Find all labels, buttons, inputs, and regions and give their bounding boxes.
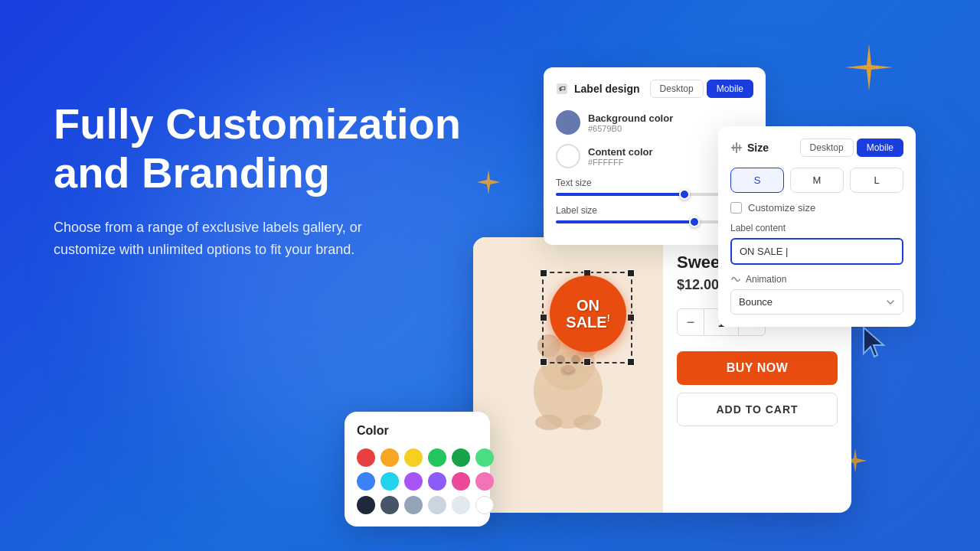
color-dot-light-green[interactable]: [475, 448, 494, 467]
customize-row: Customize size: [730, 202, 903, 214]
color-dot-blue[interactable]: [357, 472, 375, 491]
star-large-icon: [842, 42, 896, 96]
label-icon: 🏷: [556, 83, 568, 95]
bg-color-info: Background color #6579B0: [588, 112, 673, 133]
animation-label: Animation: [746, 274, 786, 285]
on-sale-sale: SALE: [566, 314, 606, 331]
on-sale-exclaim: !: [607, 313, 610, 324]
hero-subtitle: Choose from a range of exclusive labels …: [54, 217, 406, 261]
content-color-hex: #FFFFFF: [588, 158, 653, 167]
quantity-decrease-button[interactable]: −: [677, 308, 704, 336]
color-dot-green[interactable]: [428, 448, 446, 467]
handle-bm[interactable]: [583, 358, 591, 366]
label-content-title: Label content: [730, 223, 903, 233]
color-grid: [357, 448, 478, 514]
svg-text:🏷: 🏷: [559, 85, 566, 93]
size-buttons: S M L: [730, 168, 903, 193]
color-dot-dark[interactable]: [357, 496, 375, 514]
label-content-input[interactable]: [730, 238, 903, 265]
hero-title: Fully Customization and Branding: [54, 99, 498, 198]
size-panel: Size Desktop Mobile S M L Customize size…: [718, 126, 916, 327]
animation-section: Animation Bounce: [730, 274, 903, 315]
label-design-tabs: Desktop Mobile: [650, 80, 753, 98]
size-desktop-tab[interactable]: Desktop: [800, 139, 854, 157]
size-btn-s[interactable]: S: [730, 168, 784, 193]
color-picker-panel: Color: [345, 412, 490, 527]
size-btn-l[interactable]: L: [850, 168, 903, 193]
label-design-desktop-tab[interactable]: Desktop: [650, 80, 704, 98]
bg-color-hex: #6579B0: [588, 124, 673, 133]
size-panel-header: Size Desktop Mobile: [730, 139, 903, 157]
handle-lm[interactable]: [540, 314, 547, 321]
color-dot-slate[interactable]: [381, 496, 399, 514]
customize-label: Customize size: [748, 202, 815, 214]
handle-tr[interactable]: [627, 269, 635, 277]
animation-header: Animation: [730, 274, 903, 285]
label-design-panel-title: Label design: [574, 83, 640, 95]
customize-checkbox[interactable]: [730, 202, 742, 214]
size-tabs: Desktop Mobile: [800, 139, 903, 157]
svg-point-9: [535, 415, 563, 430]
color-dot-white[interactable]: [475, 496, 494, 514]
chevron-down-icon: [886, 298, 895, 307]
buy-now-button[interactable]: BUY NOW: [677, 351, 838, 385]
content-color-info: Content color #FFFFFF: [588, 146, 653, 167]
color-dot-red[interactable]: [357, 448, 375, 467]
animation-dropdown[interactable]: Bounce: [730, 289, 903, 315]
handle-br[interactable]: [627, 358, 635, 366]
color-dot-lighter-gray[interactable]: [452, 496, 470, 514]
color-dot-orange[interactable]: [381, 448, 399, 467]
animation-value: Bounce: [739, 296, 773, 308]
label-design-mobile-tab[interactable]: Mobile: [707, 80, 753, 98]
size-panel-title: Size: [747, 142, 769, 154]
color-dot-purple[interactable]: [404, 472, 423, 491]
bg-color-circle[interactable]: [556, 110, 580, 135]
hero-text-section: Fully Customization and Branding Choose …: [54, 99, 498, 260]
handle-rm[interactable]: [627, 314, 635, 321]
color-dot-violet[interactable]: [428, 472, 446, 491]
cursor-icon: [861, 326, 888, 360]
color-dot-pink[interactable]: [452, 472, 470, 491]
on-sale-text-line2: SALE!: [566, 314, 609, 331]
size-btn-m[interactable]: M: [790, 168, 844, 193]
product-image-area: ON SALE!: [473, 237, 663, 513]
handle-tl[interactable]: [540, 269, 547, 277]
svg-point-10: [573, 415, 601, 430]
label-content-section: Label content: [730, 223, 903, 274]
content-color-circle[interactable]: [556, 144, 580, 168]
handle-bl[interactable]: [540, 358, 547, 366]
on-sale-badge: ON SALE!: [550, 276, 626, 352]
color-dot-gray[interactable]: [404, 496, 423, 514]
size-icon: [730, 142, 743, 154]
add-to-cart-button[interactable]: ADD TO CART: [677, 393, 838, 426]
on-sale-text-line1: ON: [577, 297, 599, 314]
size-title: Size: [730, 142, 769, 154]
color-dot-light-gray[interactable]: [428, 496, 446, 514]
label-design-panel-header: 🏷 Label design Desktop Mobile: [556, 80, 753, 98]
color-picker-title: Color: [357, 424, 478, 438]
animation-icon: [730, 274, 741, 285]
color-dot-cyan[interactable]: [381, 472, 399, 491]
color-dot-dark-green[interactable]: [452, 448, 470, 467]
content-color-label: Content color: [588, 146, 653, 158]
color-dot-light-pink[interactable]: [475, 472, 494, 491]
color-dot-yellow[interactable]: [404, 448, 423, 467]
label-design-title: 🏷 Label design: [556, 83, 640, 95]
size-mobile-tab[interactable]: Mobile: [857, 139, 903, 157]
bg-color-label: Background color: [588, 112, 673, 124]
